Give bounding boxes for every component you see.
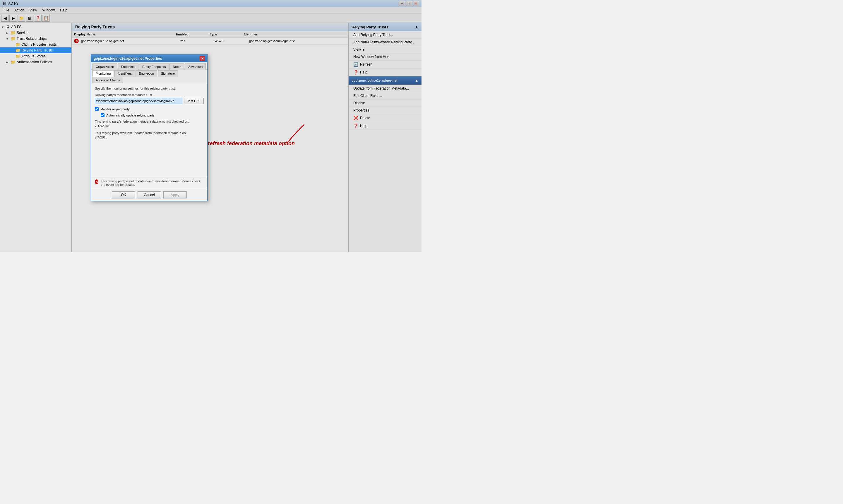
- title-bar: 🖥 AD FS ─ □ ✕: [0, 0, 422, 7]
- list-row-0[interactable]: ✕ gopizone.login.e2e.apigee.net Yes WS-T…: [72, 37, 348, 45]
- attribute-stores-icon: 📁: [15, 54, 20, 58]
- action-properties[interactable]: Properties: [348, 107, 422, 114]
- tree-panel: ▼ 🖥 AD FS ▶ 📁 Service ▼ 📁 Trust Relation…: [0, 23, 72, 252]
- dialog-description: Specify the monitoring settings for this…: [95, 87, 204, 90]
- refresh-icon: 🔄: [353, 62, 358, 67]
- actions-section-rpt-title: Relying Party Trusts: [352, 25, 389, 29]
- back-button[interactable]: ◀: [1, 15, 9, 22]
- tree-item-auth-policies[interactable]: ▶ 📁 Authentication Policies: [0, 59, 71, 65]
- menu-view[interactable]: View: [27, 7, 39, 13]
- action-new-window[interactable]: New Window from Here: [348, 53, 422, 60]
- add-relying-party-label: Add Relying Party Trust...: [353, 33, 393, 37]
- tree-item-adfs[interactable]: ▼ 🖥 AD FS: [0, 24, 71, 30]
- row-type: WS-T...: [215, 39, 247, 43]
- col-enabled: Enabled: [176, 33, 210, 36]
- row-name: gopizone.login.e2e.apigee.net: [81, 39, 178, 43]
- last-updated-date: 7/4/2018: [95, 136, 107, 139]
- forward-button[interactable]: ▶: [10, 15, 17, 22]
- adfs-label: AD FS: [11, 25, 21, 29]
- add-non-claims-label: Add Non-Claims-Aware Relying Party...: [353, 40, 414, 44]
- action-add-non-claims[interactable]: Add Non-Claims-Aware Relying Party...: [348, 39, 422, 46]
- up-button[interactable]: 📁: [18, 15, 25, 22]
- last-checked-info: This relying party's federation metadata…: [95, 120, 204, 128]
- collapse-gopizone-icon[interactable]: ▲: [414, 78, 418, 83]
- row-identifier: gopizone.apigee-saml-login-e2e: [249, 39, 346, 43]
- collapse-rpt-icon[interactable]: ▲: [414, 24, 418, 29]
- auto-update-checkbox-row: Automatically update relying party: [95, 113, 204, 117]
- action-disable[interactable]: Disable: [348, 100, 422, 107]
- monitor-checkbox-label: Monitor relying party: [101, 107, 130, 111]
- relying-party-label: Relying Party Trusts: [21, 48, 53, 52]
- expand-auth-policies[interactable]: ▶: [6, 60, 10, 64]
- action-help-gopizone[interactable]: ❓ Help: [348, 122, 422, 130]
- menu-file[interactable]: File: [1, 7, 12, 13]
- expand-trust[interactable]: ▼: [6, 37, 10, 40]
- menu-action[interactable]: Action: [12, 7, 26, 13]
- auth-policies-label: Authentication Policies: [17, 60, 52, 64]
- tab-proxy-endpoints[interactable]: Proxy Endpoints: [139, 64, 169, 70]
- view-label: View: [353, 48, 361, 52]
- auto-update-checkbox[interactable]: [101, 113, 105, 117]
- dialog-title: gopizone.login.e2e.apigee.net Properties: [94, 56, 162, 60]
- metadata-url-input[interactable]: [95, 98, 182, 104]
- actions-section-gopizone-header: gopizone.login.e2e.apigee.net ▲: [348, 76, 422, 85]
- tab-notes[interactable]: Notes: [169, 64, 184, 70]
- tab-organization[interactable]: Organization: [92, 64, 117, 70]
- tree-item-attribute-stores[interactable]: ▶ 📁 Attribute Stores: [0, 53, 71, 59]
- tab-identifiers[interactable]: Identifiers: [114, 70, 135, 77]
- action-update-federation[interactable]: Update from Federation Metadata...: [348, 85, 422, 92]
- minimize-button[interactable]: ─: [399, 1, 405, 6]
- menu-help[interactable]: Help: [58, 7, 70, 13]
- apply-button[interactable]: Apply: [163, 192, 187, 198]
- close-button[interactable]: ✕: [413, 1, 419, 6]
- menu-bar: File Action View Window Help: [0, 7, 422, 14]
- dialog-tabs-row2: Monitoring Identifiers Encryption Signat…: [91, 70, 207, 83]
- action-view[interactable]: View: [348, 46, 422, 53]
- show-hide-button[interactable]: 🖥: [26, 15, 33, 22]
- row-enabled: Yes: [180, 39, 212, 43]
- tab-signature[interactable]: Signature: [158, 70, 178, 77]
- metadata-url-label: Relying party's federation metadata URL:: [95, 93, 204, 96]
- dialog-buttons: OK Cancel Apply: [91, 189, 207, 201]
- action-edit-claim-rules[interactable]: Edit Claim Rules...: [348, 92, 422, 100]
- dialog-error-icon: ✕: [95, 179, 98, 184]
- expand-service[interactable]: ▶: [6, 31, 10, 35]
- tree-item-trust-relationships[interactable]: ▼ 📁 Trust Relationships: [0, 36, 71, 41]
- refresh-label: Refresh: [360, 62, 372, 67]
- actions-section-rpt: Relying Party Trusts ▲ Add Relying Party…: [348, 23, 422, 76]
- tab-monitoring[interactable]: Monitoring: [92, 70, 114, 77]
- tab-endpoints[interactable]: Endpoints: [118, 64, 139, 70]
- col-display-name: Display Name: [74, 33, 176, 36]
- dialog-close-button[interactable]: ✕: [200, 56, 205, 61]
- action-add-relying-party[interactable]: Add Relying Party Trust...: [348, 31, 422, 39]
- menu-window[interactable]: Window: [40, 7, 57, 13]
- ok-button[interactable]: OK: [112, 192, 135, 198]
- actions-section-gopizone-title: gopizone.login.e2e.apigee.net: [352, 79, 397, 82]
- actions-section-gopizone: gopizone.login.e2e.apigee.net ▲ Update f…: [348, 76, 422, 130]
- tree-item-relying-party[interactable]: ▶ 📁 Relying Party Trusts: [0, 48, 71, 53]
- properties-label: Properties: [353, 108, 370, 112]
- update-federation-label: Update from Federation Metadata...: [353, 86, 409, 90]
- last-checked-date: 7/12/2018: [95, 124, 109, 128]
- expand-adfs[interactable]: ▼: [1, 25, 5, 29]
- tree-item-claims-provider[interactable]: ▶ 📁 Claims Provider Trusts: [0, 41, 71, 48]
- tab-encryption[interactable]: Encryption: [136, 70, 157, 77]
- actions-panel: Relying Party Trusts ▲ Add Relying Party…: [348, 23, 422, 252]
- export-button[interactable]: 📋: [42, 15, 50, 22]
- action-delete[interactable]: ❌ Delete: [348, 114, 422, 122]
- monitor-checkbox[interactable]: [95, 107, 98, 111]
- help-toolbar-button[interactable]: ❓: [34, 15, 41, 22]
- tree-item-service[interactable]: ▶ 📁 Service: [0, 30, 71, 36]
- test-url-button[interactable]: Test URL: [184, 98, 204, 104]
- maximize-button[interactable]: □: [406, 1, 412, 6]
- tab-advanced[interactable]: Advanced: [185, 64, 206, 70]
- new-window-label: New Window from Here: [353, 55, 391, 59]
- cancel-button[interactable]: Cancel: [138, 192, 161, 198]
- action-help-rpt[interactable]: ❓ Help: [348, 69, 422, 76]
- help-gopizone-icon: ❓: [353, 124, 358, 128]
- tab-accepted-claims[interactable]: Accepted Claims: [92, 77, 123, 83]
- action-refresh[interactable]: 🔄 Refresh: [348, 60, 422, 69]
- help-rpt-label: Help: [360, 70, 367, 74]
- last-updated-info: This relying party was last updated from…: [95, 131, 204, 140]
- help-rpt-icon: ❓: [353, 70, 358, 75]
